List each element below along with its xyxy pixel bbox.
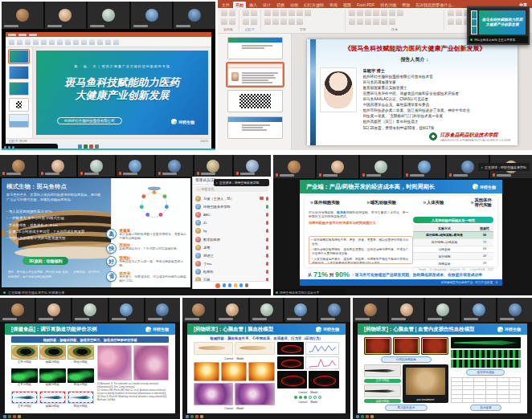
- participant-tile[interactable]: [131, 2, 173, 29]
- participant-tile[interactable]: [318, 298, 350, 322]
- tab-transitions[interactable]: 切换: [274, 2, 287, 8]
- participant-tile[interactable]: [317, 155, 358, 178]
- member-row[interactable]: 数学刘老师: [193, 235, 271, 243]
- participant-tile[interactable]: [216, 298, 248, 322]
- mic-muted-icon[interactable]: [266, 262, 268, 266]
- meeting-float-preview[interactable]: 斑马鱼科技赋能助力医药 大健康产业创新发展 环特生物未来学院 正在共享屏幕: [467, 6, 530, 45]
- more-icon[interactable]: [245, 283, 249, 287]
- tab-design[interactable]: 设计: [260, 2, 273, 8]
- member-row[interactable]: hy: [193, 227, 271, 235]
- tellme-search[interactable]: 告诉我您想要做什么…: [413, 2, 458, 8]
- member-search-input[interactable]: ⌕搜索成员: [195, 186, 268, 192]
- ppt-ribbon[interactable]: [6, 37, 211, 47]
- participant-tile[interactable]: [78, 155, 115, 177]
- participant-tile[interactable]: [2, 2, 43, 29]
- taskbar-app-icon[interactable]: [366, 415, 369, 418]
- participant-tile[interactable]: [39, 155, 76, 177]
- reaction-icon[interactable]: [234, 283, 238, 287]
- slide-thumbnail-3-qr[interactable]: [227, 90, 283, 112]
- participant-tile[interactable]: [36, 298, 71, 322]
- participant-tile[interactable]: [461, 298, 496, 322]
- mic-muted-icon[interactable]: [266, 238, 268, 242]
- participant-tile[interactable]: [117, 155, 153, 177]
- participant-tile[interactable]: [389, 298, 424, 322]
- slide-thumbnail-5[interactable]: [9, 114, 29, 128]
- mic-muted-icon[interactable]: [266, 229, 268, 233]
- participant-tile[interactable]: [174, 2, 215, 29]
- tab-file[interactable]: 文件: [219, 2, 232, 8]
- member-row[interactable]: 马俊（主持人，我）: [193, 194, 271, 202]
- mic-muted-icon[interactable]: [266, 213, 268, 217]
- mic-muted-icon[interactable]: [266, 254, 268, 258]
- mic-muted-icon[interactable]: [266, 246, 268, 250]
- participant-tile[interactable]: [250, 298, 282, 322]
- participant-tile[interactable]: [109, 298, 144, 322]
- participant-tile[interactable]: [72, 298, 107, 322]
- participant-tile[interactable]: [234, 155, 271, 177]
- tab-help[interactable]: 帮助: [399, 2, 412, 8]
- taskbar-app-icon[interactable]: [8, 415, 11, 418]
- member-row[interactable]: 胡明江: [193, 251, 271, 259]
- mic-muted-icon[interactable]: [266, 221, 268, 225]
- windows-taskbar[interactable]: [353, 413, 532, 419]
- participant-tile[interactable]: [497, 298, 532, 322]
- taskbar-app-icon[interactable]: [18, 415, 21, 418]
- member-row[interactable]: 梅林松: [193, 268, 271, 276]
- member-row[interactable]: 丁ma: [193, 260, 271, 268]
- participant-tile[interactable]: [0, 298, 35, 322]
- hand-raise-icon[interactable]: [223, 283, 227, 287]
- tab-home[interactable]: 开始: [233, 2, 246, 8]
- participant-tile[interactable]: [403, 155, 445, 178]
- participant-tile[interactable]: [273, 155, 315, 178]
- windows-taskbar[interactable]: [182, 413, 350, 419]
- tab-view[interactable]: 视图: [341, 2, 354, 8]
- taskbar-app-icon[interactable]: [186, 415, 189, 418]
- member-panel-toolbar[interactable]: [193, 281, 271, 289]
- taskbar-app-icon[interactable]: [200, 415, 203, 418]
- participant-tile[interactable]: [284, 298, 317, 322]
- emoji-icon[interactable]: [215, 283, 220, 288]
- participant-tile[interactable]: [88, 2, 129, 29]
- windows-taskbar[interactable]: [0, 413, 180, 419]
- mic-muted-icon[interactable]: [266, 197, 268, 201]
- slide-thumbnail-4[interactable]: [227, 116, 283, 139]
- participant-tile[interactable]: [145, 298, 180, 322]
- taskbar-app-icon[interactable]: [195, 415, 198, 418]
- taskbar-app-icon[interactable]: [370, 415, 374, 418]
- tab-animations[interactable]: 动画: [288, 2, 301, 8]
- slide-thumbnail-2[interactable]: [9, 66, 29, 79]
- member-row[interactable]: 环特生物未来学院: [193, 202, 271, 210]
- tab-review[interactable]: 审阅: [327, 2, 340, 8]
- ribbon-group-slides[interactable]: 幻灯片: [243, 10, 261, 31]
- slide-thumbnail-4[interactable]: [9, 98, 29, 112]
- participant-tile[interactable]: [45, 2, 87, 29]
- slide-thumbnail-1[interactable]: [9, 50, 29, 63]
- participant-tile[interactable]: [0, 155, 37, 177]
- ribbon-group-font[interactable]: 字体: [264, 10, 346, 31]
- taskbar-app-icon[interactable]: [190, 415, 194, 418]
- member-row[interactable]: 进哥: [193, 243, 271, 251]
- tab-features[interactable]: 特色功能: [378, 2, 399, 8]
- camera-off-icon[interactable]: [260, 197, 264, 199]
- participant-tile[interactable]: [360, 155, 402, 178]
- tab-insert[interactable]: 插入: [247, 2, 260, 8]
- slide-thumbnail-3[interactable]: [9, 82, 29, 96]
- taskbar-app-icon[interactable]: [361, 415, 364, 418]
- participant-tile[interactable]: [182, 298, 215, 322]
- slide-thumbnail-2-selected[interactable]: [227, 63, 283, 86]
- taskbar-app-icon[interactable]: [3, 415, 6, 418]
- chat-icon[interactable]: [228, 283, 232, 287]
- mic-on-icon[interactable]: [266, 205, 268, 209]
- slide-thumbnail-1[interactable]: [227, 37, 283, 59]
- ribbon-group-clipboard[interactable]: 剪贴板: [221, 10, 239, 31]
- member-row[interactable]: ABC: [193, 210, 271, 218]
- taskbar-app-icon[interactable]: [356, 415, 359, 418]
- tab-slideshow[interactable]: 幻灯片放映: [301, 2, 326, 8]
- member-row[interactable]: ZL: [193, 219, 271, 227]
- mic-muted-icon[interactable]: [266, 270, 268, 274]
- participant-tile[interactable]: [156, 155, 193, 177]
- taskbar-app-icon[interactable]: [13, 415, 16, 418]
- share-icon[interactable]: [239, 283, 243, 287]
- participant-tile[interactable]: [425, 298, 460, 322]
- ribbon-group-paragraph[interactable]: 段落: [349, 10, 445, 31]
